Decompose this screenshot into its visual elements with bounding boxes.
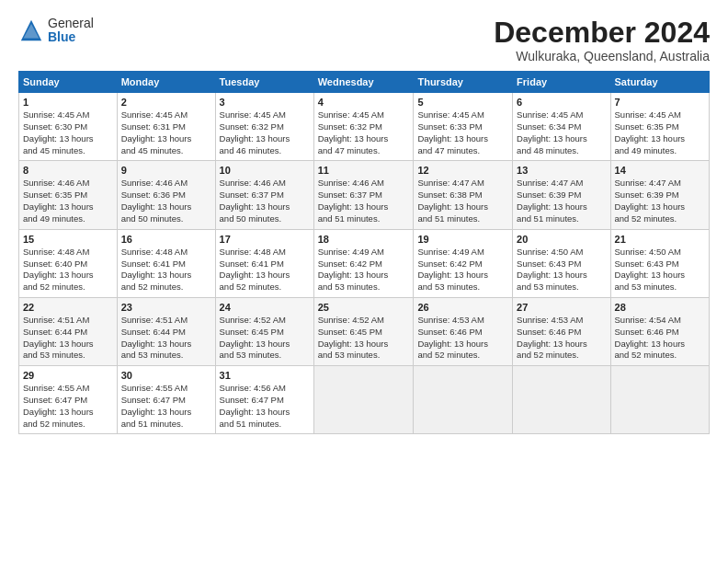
calendar-cell: 22Sunrise: 4:51 AM Sunset: 6:44 PM Dayli…	[19, 297, 118, 365]
day-number: 27	[517, 302, 606, 313]
day-number: 25	[318, 302, 410, 313]
day-info: Sunrise: 4:45 AM Sunset: 6:32 PM Dayligh…	[220, 109, 310, 156]
calendar-week-row: 1Sunrise: 4:45 AM Sunset: 6:30 PM Daylig…	[19, 93, 710, 161]
logo-icon	[18, 17, 44, 43]
calendar-cell: 11Sunrise: 4:46 AM Sunset: 6:37 PM Dayli…	[313, 161, 414, 229]
day-info: Sunrise: 4:46 AM Sunset: 6:37 PM Dayligh…	[220, 178, 310, 224]
day-number: 26	[417, 302, 508, 313]
calendar-cell: 2Sunrise: 4:45 AM Sunset: 6:31 PM Daylig…	[117, 93, 215, 161]
day-info: Sunrise: 4:45 AM Sunset: 6:30 PM Dayligh…	[23, 109, 113, 156]
day-info: Sunrise: 4:45 AM Sunset: 6:32 PM Dayligh…	[318, 109, 410, 156]
calendar-cell: 8Sunrise: 4:46 AM Sunset: 6:35 PM Daylig…	[19, 161, 118, 229]
day-info: Sunrise: 4:53 AM Sunset: 6:46 PM Dayligh…	[517, 315, 606, 362]
calendar-cell: 7Sunrise: 4:45 AM Sunset: 6:35 PM Daylig…	[610, 93, 709, 161]
calendar-cell: 19Sunrise: 4:49 AM Sunset: 6:42 PM Dayli…	[414, 229, 513, 297]
day-number: 29	[23, 370, 113, 381]
calendar-cell: 17Sunrise: 4:48 AM Sunset: 6:41 PM Dayli…	[215, 229, 313, 297]
day-number: 31	[220, 370, 310, 381]
day-number: 20	[517, 234, 606, 245]
day-number: 3	[220, 97, 310, 108]
day-number: 15	[23, 234, 113, 245]
calendar-cell: 31Sunrise: 4:56 AM Sunset: 6:47 PM Dayli…	[215, 366, 313, 434]
day-info: Sunrise: 4:49 AM Sunset: 6:42 PM Dayligh…	[417, 247, 508, 293]
day-number: 9	[121, 165, 211, 176]
day-info: Sunrise: 4:45 AM Sunset: 6:33 PM Dayligh…	[417, 109, 508, 156]
calendar-cell: 27Sunrise: 4:53 AM Sunset: 6:46 PM Dayli…	[513, 297, 610, 365]
day-info: Sunrise: 4:48 AM Sunset: 6:41 PM Dayligh…	[121, 247, 211, 293]
day-number: 2	[121, 97, 211, 108]
day-info: Sunrise: 4:55 AM Sunset: 6:47 PM Dayligh…	[121, 383, 211, 430]
day-number: 12	[417, 165, 508, 176]
logo-general: General	[48, 17, 94, 30]
calendar-week-row: 29Sunrise: 4:55 AM Sunset: 6:47 PM Dayli…	[19, 366, 710, 434]
day-number: 16	[121, 234, 211, 245]
day-number: 28	[615, 302, 705, 313]
header: General Blue December 2024 Wulkuraka, Qu…	[18, 17, 710, 63]
calendar-week-row: 15Sunrise: 4:48 AM Sunset: 6:40 PM Dayli…	[19, 229, 710, 297]
day-info: Sunrise: 4:50 AM Sunset: 6:43 PM Dayligh…	[615, 247, 705, 293]
day-info: Sunrise: 4:48 AM Sunset: 6:41 PM Dayligh…	[220, 247, 310, 293]
calendar-day-header: Monday	[117, 72, 215, 93]
day-info: Sunrise: 4:51 AM Sunset: 6:44 PM Dayligh…	[23, 315, 113, 362]
day-number: 4	[318, 97, 410, 108]
day-number: 17	[220, 234, 310, 245]
calendar-week-row: 8Sunrise: 4:46 AM Sunset: 6:35 PM Daylig…	[19, 161, 710, 229]
day-info: Sunrise: 4:45 AM Sunset: 6:34 PM Dayligh…	[517, 109, 606, 156]
calendar-cell: 30Sunrise: 4:55 AM Sunset: 6:47 PM Dayli…	[117, 366, 215, 434]
day-info: Sunrise: 4:45 AM Sunset: 6:35 PM Dayligh…	[615, 109, 705, 156]
day-number: 13	[517, 165, 606, 176]
day-number: 11	[318, 165, 410, 176]
calendar-cell	[513, 366, 610, 434]
day-number: 22	[23, 302, 113, 313]
calendar-cell: 6Sunrise: 4:45 AM Sunset: 6:34 PM Daylig…	[513, 93, 610, 161]
calendar-week-row: 22Sunrise: 4:51 AM Sunset: 6:44 PM Dayli…	[19, 297, 710, 365]
day-number: 14	[615, 165, 705, 176]
day-number: 1	[23, 97, 113, 108]
day-number: 18	[318, 234, 410, 245]
day-number: 8	[23, 165, 113, 176]
day-info: Sunrise: 4:53 AM Sunset: 6:46 PM Dayligh…	[417, 315, 508, 362]
calendar-cell: 25Sunrise: 4:52 AM Sunset: 6:45 PM Dayli…	[313, 297, 414, 365]
location: Wulkuraka, Queensland, Australia	[494, 49, 710, 63]
calendar-cell: 24Sunrise: 4:52 AM Sunset: 6:45 PM Dayli…	[215, 297, 313, 365]
day-info: Sunrise: 4:50 AM Sunset: 6:43 PM Dayligh…	[517, 247, 606, 293]
calendar-cell: 28Sunrise: 4:54 AM Sunset: 6:46 PM Dayli…	[610, 297, 709, 365]
day-number: 19	[417, 234, 508, 245]
day-info: Sunrise: 4:46 AM Sunset: 6:35 PM Dayligh…	[23, 178, 113, 224]
calendar-cell: 21Sunrise: 4:50 AM Sunset: 6:43 PM Dayli…	[610, 229, 709, 297]
calendar-day-header: Saturday	[610, 72, 709, 93]
calendar-day-header: Thursday	[414, 72, 513, 93]
calendar-cell: 3Sunrise: 4:45 AM Sunset: 6:32 PM Daylig…	[215, 93, 313, 161]
calendar-cell: 10Sunrise: 4:46 AM Sunset: 6:37 PM Dayli…	[215, 161, 313, 229]
title-area: December 2024 Wulkuraka, Queensland, Aus…	[494, 17, 710, 63]
calendar-day-header: Sunday	[19, 72, 118, 93]
logo-text: General Blue	[48, 17, 94, 45]
day-number: 24	[220, 302, 310, 313]
day-info: Sunrise: 4:47 AM Sunset: 6:39 PM Dayligh…	[517, 178, 606, 224]
calendar: SundayMondayTuesdayWednesdayThursdayFrid…	[18, 71, 710, 434]
calendar-cell: 20Sunrise: 4:50 AM Sunset: 6:43 PM Dayli…	[513, 229, 610, 297]
calendar-cell: 12Sunrise: 4:47 AM Sunset: 6:38 PM Dayli…	[414, 161, 513, 229]
calendar-day-header: Friday	[513, 72, 610, 93]
calendar-cell: 23Sunrise: 4:51 AM Sunset: 6:44 PM Dayli…	[117, 297, 215, 365]
page: General Blue December 2024 Wulkuraka, Qu…	[0, 0, 728, 443]
day-info: Sunrise: 4:46 AM Sunset: 6:37 PM Dayligh…	[318, 178, 410, 224]
day-number: 5	[417, 97, 508, 108]
calendar-cell: 29Sunrise: 4:55 AM Sunset: 6:47 PM Dayli…	[19, 366, 118, 434]
day-number: 6	[517, 97, 606, 108]
day-number: 7	[615, 97, 705, 108]
day-info: Sunrise: 4:48 AM Sunset: 6:40 PM Dayligh…	[23, 247, 113, 293]
day-number: 23	[121, 302, 211, 313]
calendar-day-header: Wednesday	[313, 72, 414, 93]
day-info: Sunrise: 4:47 AM Sunset: 6:38 PM Dayligh…	[417, 178, 508, 224]
day-info: Sunrise: 4:47 AM Sunset: 6:39 PM Dayligh…	[615, 178, 705, 224]
day-info: Sunrise: 4:52 AM Sunset: 6:45 PM Dayligh…	[318, 315, 410, 362]
day-number: 30	[121, 370, 211, 381]
calendar-cell: 18Sunrise: 4:49 AM Sunset: 6:42 PM Dayli…	[313, 229, 414, 297]
calendar-cell: 15Sunrise: 4:48 AM Sunset: 6:40 PM Dayli…	[19, 229, 118, 297]
day-info: Sunrise: 4:45 AM Sunset: 6:31 PM Dayligh…	[121, 109, 211, 156]
calendar-cell: 5Sunrise: 4:45 AM Sunset: 6:33 PM Daylig…	[414, 93, 513, 161]
day-info: Sunrise: 4:51 AM Sunset: 6:44 PM Dayligh…	[121, 315, 211, 362]
calendar-cell: 4Sunrise: 4:45 AM Sunset: 6:32 PM Daylig…	[313, 93, 414, 161]
calendar-header-row: SundayMondayTuesdayWednesdayThursdayFrid…	[19, 72, 710, 93]
